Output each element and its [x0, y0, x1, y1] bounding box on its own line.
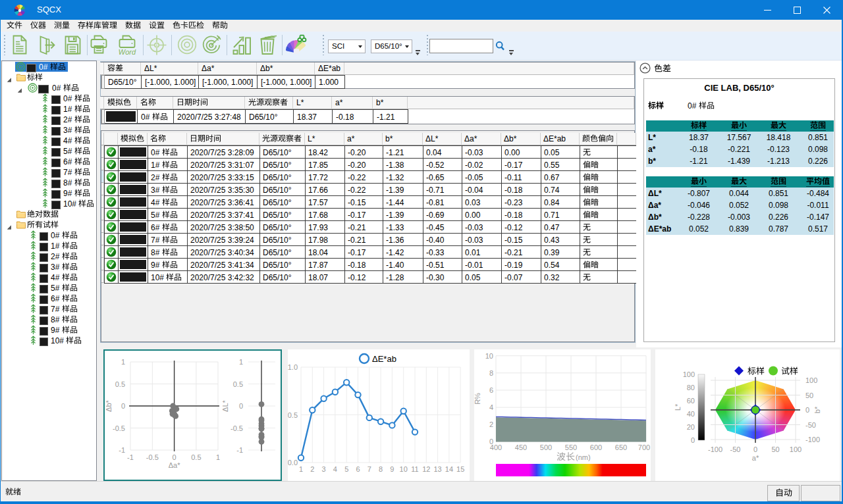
svg-text:0.5: 0.5 [115, 380, 125, 388]
svg-text:-50: -50 [730, 445, 741, 453]
svg-text:80: 80 [687, 384, 695, 391]
svg-text:5: 5 [344, 465, 348, 473]
svg-text:-1: -1 [127, 453, 134, 461]
svg-text:ΔL*: ΔL* [221, 399, 229, 411]
svg-text:1: 1 [239, 358, 243, 366]
svg-text:40: 40 [687, 410, 695, 418]
svg-text:-50: -50 [805, 421, 816, 429]
svg-text:b*: b* [813, 406, 821, 413]
svg-text:3: 3 [322, 465, 326, 473]
svg-text:-100: -100 [805, 436, 820, 443]
svg-text:1.0: 1.0 [288, 363, 298, 371]
svg-text:10: 10 [485, 352, 493, 360]
svg-text:L*: L* [674, 403, 682, 411]
svg-text:ΔE*ab: ΔE*ab [372, 354, 396, 364]
svg-text:0: 0 [121, 402, 125, 410]
svg-text:13: 13 [433, 465, 441, 473]
svg-text:450: 450 [515, 443, 527, 451]
svg-text:7: 7 [367, 465, 371, 473]
svg-text:10: 10 [400, 465, 408, 473]
svg-text:15: 15 [456, 465, 464, 473]
svg-text:100: 100 [683, 370, 695, 378]
svg-text:-0.5: -0.5 [113, 424, 125, 432]
svg-text:60: 60 [687, 397, 695, 405]
svg-text:600: 600 [590, 443, 602, 451]
svg-text:(nm): (nm) [576, 453, 591, 461]
svg-text:0.5: 0.5 [233, 380, 243, 388]
svg-text:1: 1 [121, 358, 125, 366]
svg-text:0.5: 0.5 [288, 411, 298, 419]
svg-text:6: 6 [489, 386, 493, 394]
svg-text:100: 100 [790, 445, 802, 453]
svg-text:0.0: 0.0 [288, 459, 298, 466]
svg-text:6: 6 [356, 465, 360, 473]
svg-text:8: 8 [489, 369, 493, 377]
svg-text:Word: Word [119, 48, 136, 56]
svg-text:-100: -100 [708, 445, 722, 453]
svg-text:1: 1 [216, 453, 220, 461]
svg-text:20: 20 [687, 423, 695, 431]
svg-text:-1: -1 [236, 446, 243, 454]
svg-text:0: 0 [173, 453, 177, 461]
svg-text:4: 4 [333, 465, 337, 473]
svg-text:500: 500 [540, 443, 552, 451]
svg-text:100: 100 [805, 376, 817, 384]
svg-text:0.5: 0.5 [191, 453, 201, 461]
svg-text:-0.5: -0.5 [231, 424, 243, 432]
svg-text:R%: R% [474, 393, 481, 405]
svg-text:400: 400 [490, 443, 502, 451]
svg-text:Δa*: Δa* [169, 461, 180, 469]
svg-text:8: 8 [379, 465, 383, 473]
svg-text:650: 650 [615, 443, 627, 451]
svg-text:12: 12 [422, 465, 430, 473]
svg-text:11: 11 [411, 465, 418, 473]
svg-text:2: 2 [489, 420, 493, 428]
svg-text:a*: a* [752, 454, 759, 462]
svg-text:9: 9 [390, 465, 394, 473]
svg-text:0: 0 [805, 406, 809, 414]
svg-text:-0.5: -0.5 [146, 453, 159, 461]
svg-text:550: 550 [565, 443, 577, 451]
svg-text:0: 0 [691, 436, 695, 444]
svg-text:14: 14 [445, 465, 453, 473]
svg-text:4: 4 [489, 403, 493, 411]
svg-text:2: 2 [310, 465, 314, 473]
svg-text:700: 700 [638, 443, 650, 451]
svg-text:-1: -1 [119, 446, 125, 454]
svg-text:0: 0 [753, 445, 757, 453]
svg-text:1: 1 [299, 465, 303, 473]
svg-text:0: 0 [239, 402, 243, 410]
svg-text:50: 50 [771, 445, 779, 453]
svg-text:50: 50 [805, 391, 813, 399]
svg-text:Δb*: Δb* [105, 399, 113, 411]
